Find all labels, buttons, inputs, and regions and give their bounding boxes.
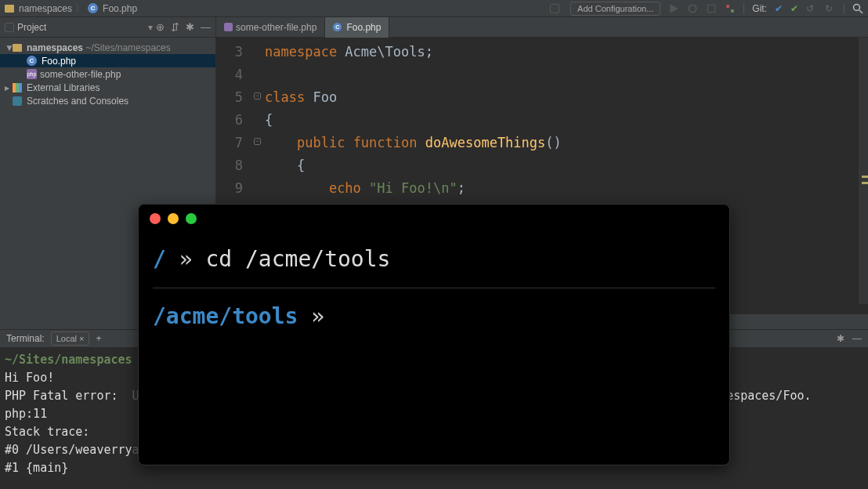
project-icon [5, 23, 14, 32]
svg-rect-2 [727, 5, 730, 8]
top-bar: namespaces 〉 C Foo.php Add Configuration… [0, 0, 868, 17]
scrollbar[interactable] [859, 38, 868, 304]
tab-foo[interactable]: C Foo.php [325, 17, 389, 38]
build-icon[interactable] [550, 4, 559, 13]
warning-marker[interactable] [862, 176, 868, 178]
terminal-command: cd /acme/tools [205, 246, 390, 272]
locate-icon[interactable]: ⊕ [156, 21, 165, 33]
sidebar-title[interactable]: Project [17, 22, 148, 33]
editor-tabs: some-other-file.php C Foo.php [216, 17, 868, 38]
tab-some-other-file[interactable]: some-other-file.php [216, 17, 325, 38]
expand-icon[interactable]: ⇵ [171, 21, 179, 33]
tree-root[interactable]: ▼ namespaces ~/Sites/namespaces [0, 41, 215, 54]
git-commit-icon[interactable]: ✔ [790, 3, 798, 14]
scratches-icon [13, 96, 22, 106]
stop-icon[interactable] [725, 3, 736, 14]
tree-file-other[interactable]: phpsome-other-file.php [0, 67, 215, 81]
prompt-path: /acme/tools [153, 303, 298, 329]
php-class-icon: C [27, 56, 37, 66]
libraries-icon [13, 83, 22, 92]
sidebar-header: Project ▾ ⊕ ⇵ ✱ — [0, 17, 215, 38]
svg-point-4 [854, 4, 860, 10]
tree-scratches[interactable]: Scratches and Consoles [0, 94, 215, 107]
prompt-path: / [153, 246, 166, 272]
breadcrumb-file[interactable]: Foo.php [103, 3, 137, 14]
search-icon[interactable] [852, 3, 863, 14]
git-label: Git: [752, 3, 767, 14]
breadcrumb[interactable]: namespaces 〉 C Foo.php [5, 2, 137, 15]
run-icon[interactable] [668, 3, 679, 14]
run-config-selector[interactable]: Add Configuration... [570, 2, 660, 16]
breadcrumb-root[interactable]: namespaces [19, 3, 72, 14]
terminal-add-tab[interactable]: + [96, 333, 101, 344]
folder-icon [13, 44, 22, 52]
hide-icon[interactable]: — [201, 21, 211, 33]
settings-icon[interactable]: ✱ [186, 21, 194, 33]
php-file-icon: php [27, 69, 37, 79]
prompt-arrow-icon: » [179, 246, 193, 272]
prompt-arrow-icon: » [311, 303, 324, 329]
close-window-button[interactable] [150, 213, 161, 224]
minimize-window-button[interactable] [168, 213, 179, 224]
history-icon[interactable]: ↺ [806, 3, 817, 14]
folder-icon [5, 5, 14, 13]
toolbar-right: Add Configuration... Git: ✔ ✔ ↺ ↻ [550, 2, 863, 16]
php-file-icon [224, 23, 233, 31]
external-terminal-window: / » cd /acme/tools /acme/tools » [138, 204, 730, 465]
chevron-down-icon[interactable]: ▾ [148, 22, 153, 33]
php-class-icon: C [88, 3, 98, 13]
terminal-tab-local[interactable]: Local × [51, 331, 90, 346]
svg-point-0 [689, 5, 696, 12]
terminal-settings-icon[interactable]: ✱ [837, 333, 844, 344]
revert-icon[interactable]: ↻ [825, 3, 836, 14]
php-class-icon: C [333, 23, 342, 31]
external-terminal-body[interactable]: / » cd /acme/tools /acme/tools » [139, 233, 729, 343]
coverage-icon[interactable] [706, 3, 717, 14]
tree-external-libs[interactable]: ▸External Libraries [0, 81, 215, 94]
zoom-window-button[interactable] [186, 213, 197, 224]
warning-marker[interactable] [862, 182, 868, 184]
terminal-label: Terminal: [6, 333, 45, 344]
git-update-icon[interactable]: ✔ [775, 3, 783, 14]
svg-line-5 [859, 10, 863, 13]
debug-icon[interactable] [687, 3, 698, 14]
svg-rect-3 [731, 9, 734, 13]
svg-rect-1 [708, 5, 715, 12]
tree-file-foo[interactable]: CFoo.php [0, 54, 215, 67]
chevron-right-icon: 〉 [75, 2, 85, 15]
project-tree[interactable]: ▼ namespaces ~/Sites/namespaces CFoo.php… [0, 38, 215, 110]
terminal-hide-icon[interactable]: — [852, 333, 862, 344]
window-controls [139, 205, 729, 233]
